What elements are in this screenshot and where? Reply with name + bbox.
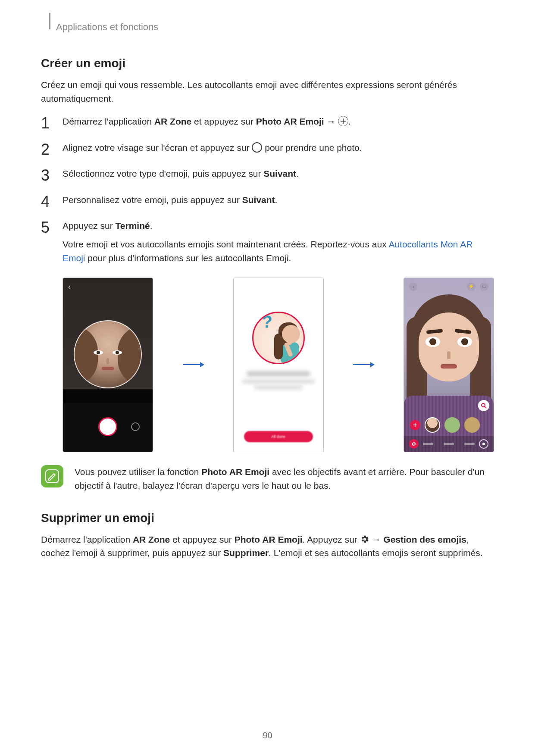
del-c: et appuyez sur [170, 534, 234, 544]
step-5-detail-a: Votre emoji et vos autocollants emojis s… [63, 239, 388, 249]
del-a: Démarrez l'application [41, 534, 133, 544]
back-chevron-icon: ‹ [68, 282, 71, 291]
avatar-thumb [464, 417, 480, 433]
section-title-create: Créer un emoji [41, 56, 494, 70]
step-1-text-c: et appuyez sur [191, 116, 256, 126]
step-3-text-a: Sélectionnez votre type d'emoji, puis ap… [63, 169, 263, 178]
s1-nose [106, 358, 109, 364]
note-block: Vous pouvez utiliser la fonction Photo A… [41, 465, 494, 493]
note-bold: Photo AR Emoji [201, 467, 269, 477]
add-avatar-button: + [410, 420, 420, 430]
s3-bottom-bar [404, 436, 494, 452]
avatar-carousel: + [404, 416, 494, 434]
svg-marker-3 [370, 362, 375, 367]
arrow-right-icon [181, 361, 206, 368]
del-b: AR Zone [133, 534, 170, 544]
screenshots-row: ‹ [63, 278, 494, 452]
flash-off-icon: ⚡ [467, 282, 476, 291]
step-5-detail-b: pour plus d'informations sur les autocol… [85, 253, 291, 263]
s3-mode-dots [423, 443, 475, 445]
s3-eye [425, 337, 440, 347]
s2-blurred-line [254, 386, 303, 389]
step-4-period: . [275, 195, 278, 205]
s3-nose [447, 351, 451, 359]
step-4-bold: Suivant [242, 195, 275, 205]
s1-eye [94, 350, 103, 355]
screenshot-emoji-builder: ? All done [233, 278, 324, 452]
step-3-period: . [296, 169, 299, 178]
page-content: Applications et fonctions Créer un emoji… [0, 0, 535, 585]
section-intro: Créez un emoji qui vous ressemble. Les a… [41, 78, 494, 105]
s3-face [419, 312, 479, 381]
arrow-right-icon [351, 361, 376, 368]
step-3-bold: Suivant [263, 169, 296, 178]
avatar-thumb-selected [425, 417, 440, 433]
step-1-bold-photoar: Photo AR Emoji [256, 116, 324, 126]
svg-rect-6 [46, 470, 59, 483]
gear-icon [360, 534, 369, 544]
aspect-ratio-icon: ▭ [480, 282, 488, 291]
step-2-text-a: Alignez votre visage sur l'écran et appu… [63, 143, 252, 153]
s1-hint-bar [63, 390, 153, 403]
step-1: Démarrez l'application AR Zone et appuye… [41, 115, 494, 129]
section-title-delete: Supprimer un emoji [41, 511, 494, 525]
step-2: Alignez votre visage sur l'écran et appu… [41, 141, 494, 155]
plus-circle-icon [338, 116, 348, 126]
magnifier-icon [478, 400, 489, 411]
step-5: Appuyez sur Terminé. Votre emoji et vos … [41, 219, 494, 266]
delete-paragraph: Démarrez l'application AR Zone et appuye… [41, 533, 494, 560]
gear-badge-icon [409, 439, 419, 449]
step-5-text-a: Appuyez sur [63, 221, 116, 231]
svg-marker-1 [200, 362, 204, 367]
step-5-period: . [150, 221, 153, 231]
del-d: Photo AR Emoji [235, 534, 303, 544]
s1-mouth [102, 367, 114, 370]
screenshot-face-capture: ‹ [63, 278, 153, 452]
s2-background [234, 278, 323, 452]
step-1-period: . [348, 116, 351, 126]
back-icon: ‹ [409, 282, 418, 291]
step-4-text-a: Personnalisez votre emoji, puis appuyez … [63, 195, 242, 205]
del-i: Supprimer [223, 548, 269, 558]
s3-mouth [441, 364, 457, 369]
del-g: Gestion des emojis [383, 534, 466, 544]
shutter-button [98, 417, 117, 436]
step-2-text-b: pour prendre une photo. [262, 143, 362, 153]
s3-eye [457, 337, 472, 347]
shutter-circle-icon [252, 142, 262, 153]
s3-top-toolbar: ‹ ⚡ ▭ [404, 282, 494, 292]
step-1-bold-arzone: AR Zone [154, 116, 191, 126]
steps-list: Démarrez l'application AR Zone et appuye… [41, 115, 494, 266]
svg-line-5 [485, 406, 486, 408]
breadcrumb: Applications et fonctions [56, 22, 494, 33]
del-e: . Appuyez sur [303, 534, 360, 544]
step-4: Personnalisez votre emoji, puis appuyez … [41, 193, 494, 207]
face-guide-circle [74, 320, 142, 388]
del-f: → [369, 534, 384, 544]
s2-blurred-heading [247, 371, 310, 376]
step-3: Sélectionnez votre type d'emoji, puis ap… [41, 167, 494, 181]
note-a: Vous pouvez utiliser la fonction [75, 467, 201, 477]
note-text: Vous pouvez utiliser la fonction Photo A… [75, 465, 494, 493]
all-done-button: All done [244, 431, 313, 442]
svg-point-4 [482, 403, 485, 407]
step-1-text-a: Démarrez l'application [63, 116, 154, 126]
page-number: 90 [0, 731, 535, 740]
del-j: . L'emoji et ses autocollants emojis ser… [269, 548, 483, 558]
record-target-icon [479, 439, 488, 449]
screenshot-avatar-preview: ‹ ⚡ ▭ + [404, 278, 494, 452]
avatar-thumb [444, 417, 460, 433]
note-pencil-icon [41, 465, 63, 487]
s1-eye [113, 350, 122, 355]
step-5-bold: Terminé [116, 221, 150, 231]
s2-blurred-line [242, 380, 315, 383]
flip-camera-icon [131, 422, 140, 431]
s2-avatar-circle: ? [252, 312, 305, 364]
header-rule [49, 13, 50, 29]
step-1-arrow: → [324, 116, 338, 126]
